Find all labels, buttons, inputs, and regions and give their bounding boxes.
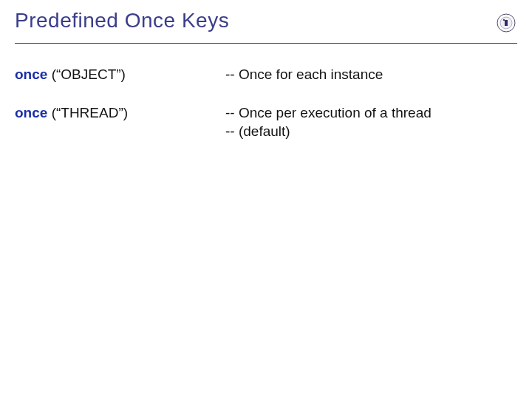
slide: Predefined Once Keys once (“OBJECT”) -- … <box>0 0 532 399</box>
once-object-comment: -- Once for each instance <box>225 65 517 84</box>
title-area: Predefined Once Keys <box>15 9 488 33</box>
arg-object: (“OBJECT”) <box>47 66 126 82</box>
svg-point-3 <box>503 19 505 21</box>
once-object-key: once (“OBJECT”) <box>15 65 225 84</box>
slide-title: Predefined Once Keys <box>15 9 488 33</box>
content-area: once (“OBJECT”) -- Once for each instanc… <box>15 65 517 160</box>
row-thread: once (“THREAD”) -- Once per execution of… <box>15 103 517 141</box>
arg-thread: (“THREAD”) <box>47 105 128 120</box>
once-thread-comment: -- Once per execution of a thread-- (def… <box>225 103 517 141</box>
keyword-once: once <box>15 66 47 82</box>
title-underline <box>15 43 517 44</box>
keyword-once: once <box>15 105 47 120</box>
once-thread-key: once (“THREAD”) <box>15 103 225 123</box>
svg-rect-2 <box>505 20 508 26</box>
comment-object: -- Once for each instance <box>225 66 383 82</box>
row-object: once (“OBJECT”) -- Once for each instanc… <box>15 65 517 84</box>
eiffel-logo-icon <box>497 13 516 33</box>
comment-thread: -- Once per execution of a thread-- (def… <box>225 105 432 140</box>
